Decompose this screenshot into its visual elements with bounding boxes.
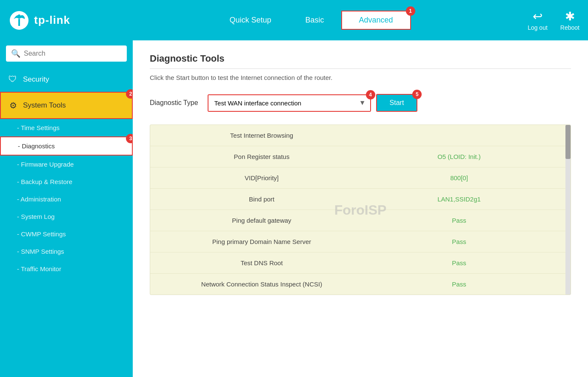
main-layout: 🔍 🛡 Security ⚙ System Tools 2 - Time Set… — [0, 40, 588, 377]
results-table: ForoISP Test Internet BrowsingPon Regist… — [150, 125, 571, 295]
description: Click the Start button to test the Inter… — [150, 74, 571, 81]
result-value: Pass — [360, 281, 558, 288]
topbar-actions: ↩ Log out ✱ Reboot — [528, 9, 579, 31]
logo-text: tp-link — [34, 14, 70, 27]
start-badge: 5 — [412, 90, 422, 99]
table-row: Ping default gatewayPass — [150, 210, 571, 231]
nav-tabs: Quick Setup Basic Advanced 1 — [96, 11, 528, 30]
search-icon: 🔍 — [11, 49, 20, 58]
result-name: Test DNS Root — [163, 259, 360, 266]
scrollbar-thumb[interactable] — [565, 125, 571, 159]
result-name: Ping default gateway — [163, 217, 360, 224]
start-button[interactable]: Start — [377, 95, 417, 111]
table-row: VID[Priority]800[0] — [150, 167, 571, 189]
result-name: Bind port — [163, 196, 360, 203]
diagnostic-select-badge: 4 — [366, 90, 375, 99]
sidebar-item-security[interactable]: 🛡 Security — [0, 67, 133, 92]
scrollbar-track — [565, 125, 571, 295]
result-value: LAN1,SSID2g1 — [360, 196, 558, 203]
result-value: Pass — [360, 259, 558, 266]
result-name: Ping primary Domain Name Server — [163, 238, 360, 245]
sidebar-sub-item-system-log[interactable]: - System Log — [0, 208, 133, 225]
reboot-button[interactable]: ✱ Reboot — [560, 9, 579, 31]
result-value: Pass — [360, 238, 558, 245]
tab-quick-setup[interactable]: Quick Setup — [212, 11, 288, 30]
page-title: Diagnostic Tools — [150, 53, 571, 69]
diagnostics-badge: 3 — [126, 134, 133, 143]
diagnostic-type-label: Diagnostic Type — [150, 99, 198, 107]
logout-icon: ↩ — [533, 9, 542, 23]
reboot-icon: ✱ — [565, 9, 575, 23]
sidebar-item-system-tools[interactable]: ⚙ System Tools 2 — [0, 92, 133, 119]
diagnostic-type-select[interactable]: Test WAN interface connection — [208, 95, 370, 111]
sidebar-sub-item-snmp-settings[interactable]: - SNMP Settings — [0, 243, 133, 260]
sidebar-item-security-label: Security — [23, 75, 49, 84]
system-tools-badge: 2 — [126, 89, 133, 99]
tp-link-logo-icon — [9, 10, 30, 31]
search-input[interactable] — [24, 50, 122, 57]
table-row: Ping primary Domain Name ServerPass — [150, 231, 571, 252]
table-row: Test Internet Browsing — [150, 125, 571, 146]
result-value: O5 (LOID: Init.) — [360, 153, 558, 160]
start-button-wrapper: 5 Start — [376, 94, 418, 112]
sidebar: 🔍 🛡 Security ⚙ System Tools 2 - Time Set… — [0, 40, 133, 377]
result-value: 800[0] — [360, 174, 558, 181]
sidebar-sub-item-firmware-upgrade[interactable]: - Firmware Upgrade — [0, 156, 133, 173]
sidebar-sub-item-diagnostics[interactable]: - Diagnostics 3 — [0, 136, 133, 156]
result-value: Pass — [360, 217, 558, 224]
result-name: Test Internet Browsing — [163, 132, 360, 139]
result-name: Pon Register status — [163, 153, 360, 160]
table-row: Test DNS RootPass — [150, 252, 571, 274]
security-icon: 🛡 — [9, 74, 17, 84]
results-scroll[interactable]: Test Internet BrowsingPon Register statu… — [150, 125, 571, 295]
sidebar-sub-item-time-settings[interactable]: - Time Settings — [0, 119, 133, 136]
logo-area: tp-link — [9, 10, 70, 31]
table-row: Pon Register statusO5 (LOID: Init.) — [150, 146, 571, 167]
sidebar-sub-item-traffic-monitor[interactable]: - Traffic Monitor — [0, 260, 133, 278]
result-name: VID[Priority] — [163, 174, 360, 181]
diagnostic-select-wrapper: 4 Test WAN interface connection ▼ — [208, 94, 371, 112]
result-name: Network Connection Status Inspect (NCSI) — [163, 281, 360, 288]
tab-advanced[interactable]: Advanced 1 — [341, 11, 411, 30]
sidebar-sub-item-backup-restore[interactable]: - Backup & Restore — [0, 173, 133, 190]
search-box[interactable]: 🔍 — [6, 45, 127, 62]
logout-button[interactable]: ↩ Log out — [528, 9, 548, 31]
reboot-label: Reboot — [560, 24, 579, 31]
tab-basic[interactable]: Basic — [288, 11, 341, 30]
diagnostic-row: Diagnostic Type 4 Test WAN interface con… — [150, 94, 571, 112]
topbar: tp-link Quick Setup Basic Advanced 1 ↩ L… — [0, 0, 588, 40]
content-area: Diagnostic Tools Click the Start button … — [133, 40, 588, 377]
sidebar-sub-item-administration[interactable]: - Administration — [0, 190, 133, 208]
logout-label: Log out — [528, 24, 548, 31]
system-tools-icon: ⚙ — [9, 100, 17, 111]
table-row: Network Connection Status Inspect (NCSI)… — [150, 274, 571, 295]
sidebar-item-system-tools-label: System Tools — [23, 101, 66, 110]
table-row: Bind portLAN1,SSID2g1 — [150, 189, 571, 210]
sidebar-sub-item-cwmp-settings[interactable]: - CWMP Settings — [0, 225, 133, 243]
svg-point-1 — [18, 14, 20, 17]
advanced-tab-badge: 1 — [406, 6, 415, 16]
